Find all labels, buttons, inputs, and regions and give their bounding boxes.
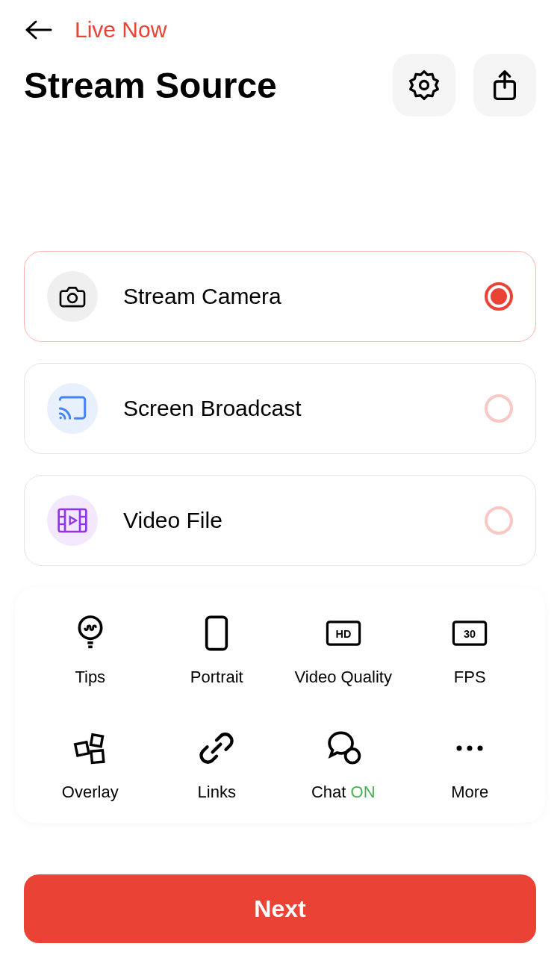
option-tips[interactable]: Tips — [27, 614, 154, 687]
live-now-label: Live Now — [75, 17, 167, 43]
option-label: Chat ON — [311, 783, 376, 802]
option-label: Links — [198, 783, 236, 802]
option-label: Tips — [75, 668, 105, 687]
option-portrait[interactable]: Portrait — [154, 614, 281, 687]
tips-icon — [74, 614, 107, 653]
option-overlay[interactable]: Overlay — [27, 729, 154, 802]
option-fps[interactable]: 30 FPS — [407, 614, 534, 687]
page-title: Stream Source — [24, 65, 277, 106]
radio-unselected[interactable] — [485, 394, 513, 423]
source-screen-broadcast[interactable]: Screen Broadcast — [24, 363, 536, 454]
svg-rect-21 — [91, 750, 104, 763]
svg-point-25 — [478, 746, 483, 751]
hd-icon: HD — [326, 620, 361, 647]
svg-text:30: 30 — [464, 628, 476, 640]
svg-rect-19 — [75, 742, 88, 756]
svg-rect-20 — [90, 735, 102, 747]
svg-point-23 — [457, 746, 462, 751]
portrait-icon — [204, 615, 229, 652]
svg-point-3 — [60, 417, 62, 419]
source-video-file[interactable]: Video File — [24, 475, 536, 566]
back-button[interactable] — [24, 15, 54, 45]
source-label: Stream Camera — [123, 284, 281, 309]
fps-icon: 30 — [452, 620, 488, 647]
link-icon — [198, 730, 235, 767]
option-label: Portrait — [190, 668, 243, 687]
cast-icon — [47, 383, 98, 434]
share-button[interactable] — [473, 54, 536, 116]
svg-text:HD: HD — [335, 628, 351, 640]
camera-icon — [47, 271, 98, 322]
svg-rect-4 — [59, 509, 87, 532]
source-stream-camera[interactable]: Stream Camera — [24, 251, 536, 342]
source-label: Video File — [123, 508, 223, 533]
options-panel: Tips Portrait HD Video Quality 30 FPS — [15, 587, 545, 823]
option-more[interactable]: More — [407, 729, 534, 802]
option-video-quality[interactable]: HD Video Quality — [280, 614, 407, 687]
svg-point-2 — [68, 293, 77, 302]
source-label: Screen Broadcast — [123, 396, 301, 421]
overlay-icon — [72, 730, 108, 766]
film-icon — [47, 495, 98, 546]
svg-point-22 — [345, 749, 359, 763]
option-links[interactable]: Links — [154, 729, 281, 802]
svg-rect-14 — [207, 617, 227, 649]
svg-point-0 — [420, 81, 429, 90]
settings-button[interactable] — [393, 54, 455, 116]
radio-unselected[interactable] — [485, 506, 513, 535]
svg-point-24 — [467, 746, 473, 751]
option-chat[interactable]: Chat ON — [280, 729, 407, 802]
option-label: Video Quality — [295, 668, 392, 687]
next-button[interactable]: Next — [24, 874, 536, 943]
more-icon — [455, 744, 485, 753]
option-label: Overlay — [62, 783, 119, 802]
chat-icon — [324, 730, 363, 766]
option-label: FPS — [454, 668, 486, 687]
gear-icon — [408, 69, 441, 102]
radio-selected[interactable] — [485, 282, 513, 311]
share-icon — [490, 69, 520, 102]
option-label: More — [451, 783, 488, 802]
